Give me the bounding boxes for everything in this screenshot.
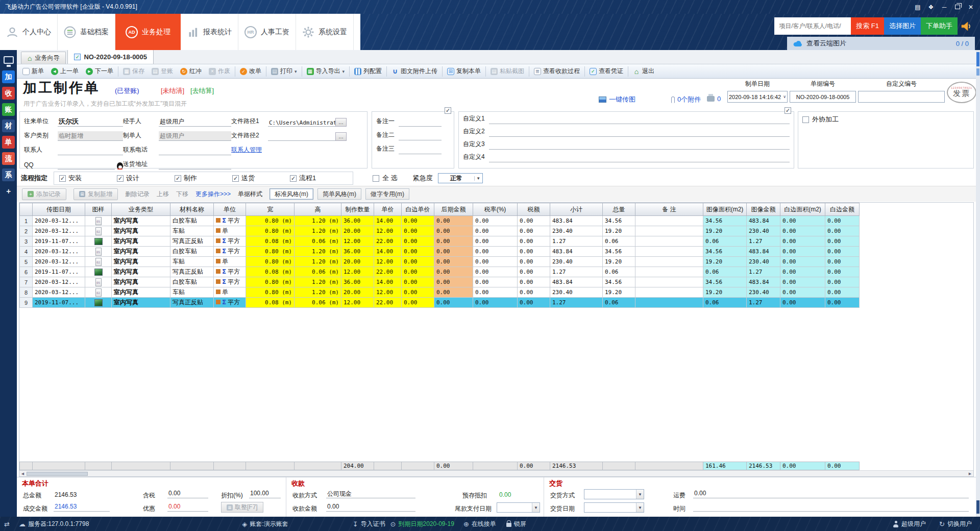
cell-edge_amt[interactable]: 0.00 bbox=[825, 226, 860, 236]
cell-qty[interactable]: 20.00 bbox=[341, 287, 374, 298]
设计-checkbox[interactable] bbox=[117, 175, 124, 182]
cell-edge_price[interactable]: 0.00 bbox=[402, 287, 434, 298]
cell-tax_rate[interactable]: 0.00 bbox=[473, 216, 518, 226]
order-helper-button[interactable]: 下单助手 bbox=[921, 17, 958, 35]
cell-qty[interactable]: 12.00 bbox=[341, 298, 374, 308]
cell-date[interactable]: 2019-11-07... bbox=[33, 298, 85, 308]
cell-tax_amt[interactable]: 0.00 bbox=[518, 267, 550, 277]
unit-cell[interactable]: 单 bbox=[214, 226, 246, 236]
grid-column-header-白边单价[interactable]: 白边单价 bbox=[402, 203, 434, 216]
安装-checkbox[interactable] bbox=[59, 175, 66, 182]
复制本单-button[interactable]: ⊞复制本单 bbox=[444, 65, 484, 78]
列配置-button[interactable]: 列配置 bbox=[351, 65, 385, 78]
grid-column-header-总量[interactable]: 总量 bbox=[603, 203, 635, 216]
unit-cell[interactable]: Σ平方 bbox=[214, 267, 246, 277]
cell-type[interactable]: 室内写真 bbox=[112, 226, 170, 236]
nav-item-系统设置[interactable]: 系统设置 bbox=[296, 14, 354, 50]
cell-post_amt[interactable]: 0.00 bbox=[434, 267, 473, 277]
下一单-button[interactable]: ▶下一单 bbox=[82, 65, 117, 78]
cell-tax_amt[interactable]: 0.00 bbox=[518, 216, 550, 226]
cell-tax_rate[interactable]: 0.00 bbox=[473, 298, 518, 308]
cell-img_amt[interactable]: 1.27 bbox=[747, 267, 780, 277]
thumbnail-cell[interactable] bbox=[85, 298, 112, 308]
cell-edge_area[interactable]: 0.00 bbox=[780, 236, 825, 247]
cell-material[interactable]: 车贴 bbox=[170, 226, 214, 236]
cell-remark[interactable] bbox=[635, 226, 703, 236]
grid-column-header-后期金额[interactable]: 后期金额 bbox=[434, 203, 473, 216]
sidebar-tile-账[interactable]: 账 bbox=[2, 103, 15, 116]
thumbnail-doc-icon[interactable]: 05 bbox=[95, 248, 102, 256]
cell-width[interactable]: 0.80 (m) bbox=[246, 216, 295, 226]
cell-price[interactable]: 22.00 bbox=[374, 298, 402, 308]
cell-total_qty[interactable]: 34.56 bbox=[603, 247, 635, 257]
grid-column-header-税率(%)[interactable]: 税率(%) bbox=[473, 203, 518, 216]
row-number-cell[interactable]: 8 bbox=[20, 287, 33, 298]
more-actions-link[interactable]: 更多操作>>> bbox=[195, 190, 231, 199]
cell-tax_amt[interactable]: 0.00 bbox=[518, 247, 550, 257]
unit-cell[interactable]: Σ平方 bbox=[214, 298, 246, 308]
cell-price[interactable]: 14.00 bbox=[374, 216, 402, 226]
cell-img_amt[interactable]: 483.84 bbox=[747, 216, 780, 226]
nav-item-业务处理[interactable]: AD业务处理 bbox=[115, 14, 181, 50]
grid-column-header-单位[interactable]: 单位 bbox=[214, 203, 246, 216]
cell-edge_price[interactable]: 0.00 bbox=[402, 247, 434, 257]
cell-qty[interactable]: 36.00 bbox=[341, 216, 374, 226]
unit-cell[interactable]: Σ平方 bbox=[214, 247, 246, 257]
grid-column-header-图像面积(m2)[interactable]: 图像面积(m2) bbox=[703, 203, 747, 216]
scrollbar-thumb[interactable] bbox=[27, 472, 88, 476]
cell-subtotal[interactable]: 1.27 bbox=[550, 236, 603, 247]
sidebar-tile-收[interactable]: 收 bbox=[2, 87, 15, 100]
nav-item-个人中心[interactable]: 个人中心 bbox=[0, 14, 58, 50]
自定义3-input[interactable] bbox=[489, 140, 790, 150]
style-button-做字专用(m)[interactable]: 做字专用(m) bbox=[365, 188, 409, 200]
row-number-cell[interactable]: 4 bbox=[20, 247, 33, 257]
style-button-标准风格(m)[interactable]: 标准风格(m) bbox=[270, 188, 313, 200]
cell-height[interactable]: 1.20 (m) bbox=[295, 216, 341, 226]
cell-edge_amt[interactable]: 0.00 bbox=[825, 298, 860, 308]
制单人-input[interactable]: 超级用户 bbox=[159, 131, 231, 141]
grid-column-header-图样[interactable]: 图样 bbox=[85, 203, 112, 216]
select-all-checkbox[interactable] bbox=[373, 175, 379, 182]
cell-total_qty[interactable]: 19.20 bbox=[603, 287, 635, 298]
cell-edge_area[interactable]: 0.00 bbox=[780, 247, 825, 257]
thumbnail-photo-icon[interactable] bbox=[94, 238, 103, 245]
cell-qty[interactable]: 12.00 bbox=[341, 267, 374, 277]
horizontal-scrollbar[interactable]: ◀ ▶ bbox=[19, 470, 973, 476]
skin-icon[interactable]: ❖ bbox=[925, 2, 937, 12]
粘贴截图-button[interactable]: ▤粘贴截图 bbox=[487, 65, 528, 78]
cell-type[interactable]: 室内写真 bbox=[112, 247, 170, 257]
cell-subtotal[interactable]: 1.27 bbox=[550, 267, 603, 277]
cell-edge_amt[interactable]: 0.00 bbox=[825, 247, 860, 257]
cell-height[interactable]: 1.20 (m) bbox=[295, 277, 341, 287]
作废-button[interactable]: ×作废 bbox=[205, 65, 234, 78]
cell-edge_area[interactable]: 0.00 bbox=[780, 226, 825, 236]
cell-remark[interactable] bbox=[635, 247, 703, 257]
cell-width[interactable]: 0.08 (m) bbox=[246, 267, 295, 277]
cell-date[interactable]: 2019-11-07... bbox=[33, 267, 85, 277]
上一单-button[interactable]: ◀上一单 bbox=[47, 65, 82, 78]
cell-edge_amt[interactable]: 0.00 bbox=[825, 287, 860, 298]
自定义1-input[interactable] bbox=[489, 114, 790, 124]
grid-column-header-rownum[interactable] bbox=[20, 203, 33, 216]
cell-tax_rate[interactable]: 0.00 bbox=[473, 236, 518, 247]
送货地址-input[interactable] bbox=[159, 160, 231, 170]
grid-column-header-高[interactable]: 高 bbox=[295, 203, 341, 216]
查看凭证-button[interactable]: ✓查看凭证 bbox=[586, 65, 627, 78]
one-key-upload-link[interactable]: 一键传图 bbox=[599, 95, 635, 104]
sidebar-tile-加[interactable]: 加 bbox=[2, 70, 15, 83]
cell-total_qty[interactable]: 34.56 bbox=[603, 277, 635, 287]
cell-date[interactable]: 2020-03-12... bbox=[33, 287, 85, 298]
unit-cell[interactable]: 单 bbox=[214, 287, 246, 298]
contact-manage-link[interactable]: 联系人管理 bbox=[231, 146, 335, 155]
cell-date[interactable]: 2020-03-12... bbox=[33, 216, 85, 226]
cell-post_amt[interactable]: 0.00 bbox=[434, 216, 473, 226]
cell-width[interactable]: 0.08 (m) bbox=[246, 236, 295, 247]
cell-tax_amt[interactable]: 0.00 bbox=[518, 226, 550, 236]
tab-business-wizard[interactable]: ⌂ 业务向导 bbox=[21, 52, 66, 64]
unit-cell[interactable]: Σ平方 bbox=[214, 216, 246, 226]
cell-height[interactable]: 1.20 (m) bbox=[295, 257, 341, 267]
cell-edge_price[interactable]: 0.00 bbox=[402, 257, 434, 267]
备注三-input[interactable] bbox=[399, 144, 442, 154]
grid-row[interactable]: 42020-03-12...05室内写真白胶车贴Σ平方0.80 (m)1.20 … bbox=[20, 247, 860, 257]
search-input[interactable] bbox=[774, 17, 851, 35]
